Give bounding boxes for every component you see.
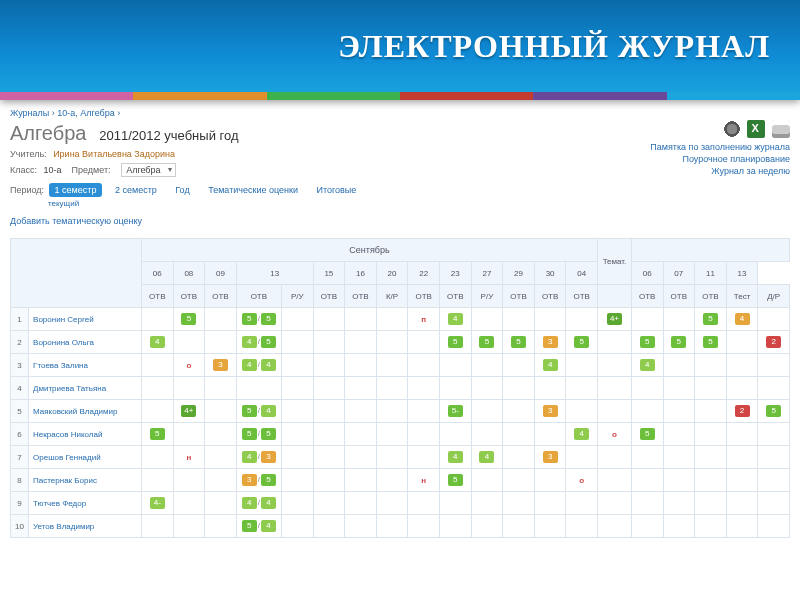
grade-cell[interactable] [534, 515, 566, 538]
grade-cell[interactable]: 5/5 [236, 308, 281, 331]
grade-cell[interactable] [439, 423, 471, 446]
grade-cell[interactable]: н [173, 446, 205, 469]
grade-cell[interactable] [345, 492, 377, 515]
grade-cell[interactable] [758, 423, 790, 446]
grade-cell[interactable] [205, 400, 237, 423]
grade-cell[interactable] [631, 515, 663, 538]
grade-cell[interactable] [345, 423, 377, 446]
date-header[interactable]: 13 [726, 262, 758, 285]
grade-cell[interactable]: 4+ [598, 308, 632, 331]
student-name[interactable]: Пастернак Борис [29, 469, 142, 492]
date-header[interactable]: 22 [408, 262, 440, 285]
grade-cell[interactable] [471, 308, 503, 331]
grade-cell[interactable]: 4 [631, 354, 663, 377]
grade-cell[interactable] [173, 515, 205, 538]
student-name[interactable]: Маяковский Владимир [29, 400, 142, 423]
export-excel-icon[interactable] [747, 120, 765, 138]
grade-cell[interactable] [471, 515, 503, 538]
breadcrumb-root[interactable]: Журналы [10, 108, 49, 118]
grade-cell[interactable] [566, 354, 598, 377]
grade-cell[interactable] [566, 400, 598, 423]
grade-cell[interactable] [408, 331, 440, 354]
grade-cell[interactable] [205, 331, 237, 354]
period-year-btn[interactable]: Год [169, 183, 195, 197]
grade-cell[interactable] [503, 515, 535, 538]
grade-cell[interactable] [598, 446, 632, 469]
grade-cell[interactable] [313, 331, 345, 354]
grade-cell[interactable]: 5 [566, 331, 598, 354]
grade-cell[interactable] [205, 446, 237, 469]
grade-cell[interactable] [598, 377, 632, 400]
grade-cell[interactable] [503, 400, 535, 423]
grade-cell[interactable] [726, 515, 758, 538]
grade-cell[interactable] [439, 377, 471, 400]
grade-cell[interactable] [663, 423, 695, 446]
grade-cell[interactable] [281, 377, 313, 400]
date-header[interactable]: 06 [141, 262, 173, 285]
grade-cell[interactable]: 3 [534, 331, 566, 354]
link-memo[interactable]: Памятка по заполнению журнала [650, 142, 790, 152]
grade-cell[interactable] [695, 400, 727, 423]
grade-cell[interactable]: о [566, 469, 598, 492]
grade-cell[interactable] [726, 354, 758, 377]
date-header[interactable]: 20 [376, 262, 408, 285]
grade-cell[interactable] [631, 377, 663, 400]
grade-cell[interactable] [376, 331, 408, 354]
grade-cell[interactable] [503, 377, 535, 400]
grade-cell[interactable] [205, 515, 237, 538]
grade-cell[interactable]: о [598, 423, 632, 446]
grade-cell[interactable] [141, 515, 173, 538]
grade-cell[interactable] [663, 469, 695, 492]
grade-cell[interactable] [281, 331, 313, 354]
date-header[interactable]: 11 [695, 262, 727, 285]
grade-cell[interactable] [758, 377, 790, 400]
grade-cell[interactable] [726, 423, 758, 446]
grade-cell[interactable] [281, 469, 313, 492]
grade-cell[interactable] [663, 515, 695, 538]
date-header[interactable]: 13 [236, 262, 313, 285]
grade-cell[interactable]: 5 [663, 331, 695, 354]
grade-cell[interactable]: 5- [439, 400, 471, 423]
grade-cell[interactable] [503, 492, 535, 515]
grade-cell[interactable] [141, 308, 173, 331]
grade-cell[interactable] [566, 446, 598, 469]
student-name[interactable]: Уетов Владимир [29, 515, 142, 538]
grade-cell[interactable] [345, 308, 377, 331]
grade-cell[interactable]: 4 [566, 423, 598, 446]
grade-cell[interactable] [281, 308, 313, 331]
grade-cell[interactable] [408, 446, 440, 469]
grade-cell[interactable] [598, 331, 632, 354]
grade-cell[interactable] [566, 377, 598, 400]
date-header[interactable]: 15 [313, 262, 345, 285]
grade-cell[interactable] [695, 492, 727, 515]
grade-cell[interactable] [598, 515, 632, 538]
grade-cell[interactable] [205, 492, 237, 515]
grade-cell[interactable] [631, 469, 663, 492]
grade-cell[interactable] [376, 308, 408, 331]
date-header[interactable]: 08 [173, 262, 205, 285]
grade-cell[interactable]: 3 [205, 354, 237, 377]
student-name[interactable]: Воронина Ольга [29, 331, 142, 354]
grade-cell[interactable] [173, 377, 205, 400]
grade-cell[interactable] [236, 377, 281, 400]
grade-cell[interactable] [141, 446, 173, 469]
grade-cell[interactable] [726, 377, 758, 400]
grade-cell[interactable] [726, 331, 758, 354]
grade-cell[interactable] [534, 469, 566, 492]
grade-cell[interactable] [598, 492, 632, 515]
grade-cell[interactable] [313, 515, 345, 538]
grade-cell[interactable]: 4/5 [236, 331, 281, 354]
grade-cell[interactable] [598, 400, 632, 423]
grade-cell[interactable] [376, 354, 408, 377]
grade-cell[interactable] [503, 446, 535, 469]
grade-cell[interactable] [173, 423, 205, 446]
grade-cell[interactable]: 5 [173, 308, 205, 331]
grade-cell[interactable]: н [408, 469, 440, 492]
grade-cell[interactable] [566, 492, 598, 515]
grade-cell[interactable] [439, 354, 471, 377]
grade-cell[interactable] [726, 446, 758, 469]
grade-cell[interactable] [281, 515, 313, 538]
grade-cell[interactable] [281, 354, 313, 377]
date-header[interactable]: 16 [345, 262, 377, 285]
date-header[interactable]: 07 [663, 262, 695, 285]
